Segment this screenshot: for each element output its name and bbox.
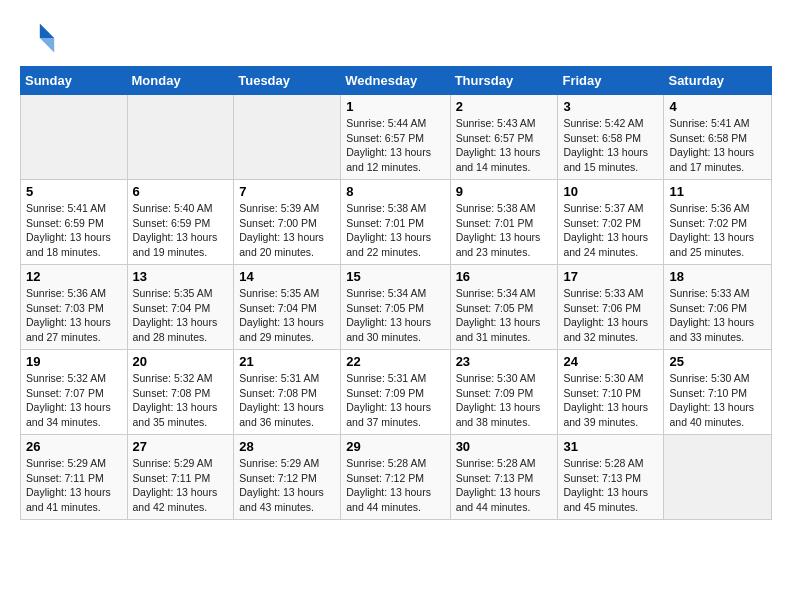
day-number: 15 [346, 269, 444, 284]
calendar-cell: 21Sunrise: 5:31 AMSunset: 7:08 PMDayligh… [234, 350, 341, 435]
day-number: 9 [456, 184, 553, 199]
calendar-row: 19Sunrise: 5:32 AMSunset: 7:07 PMDayligh… [21, 350, 772, 435]
day-number: 26 [26, 439, 122, 454]
calendar-header: SundayMondayTuesdayWednesdayThursdayFrid… [21, 67, 772, 95]
day-info: Sunrise: 5:30 AMSunset: 7:10 PMDaylight:… [563, 371, 658, 430]
calendar-cell: 5Sunrise: 5:41 AMSunset: 6:59 PMDaylight… [21, 180, 128, 265]
calendar-cell: 18Sunrise: 5:33 AMSunset: 7:06 PMDayligh… [664, 265, 772, 350]
day-info: Sunrise: 5:28 AMSunset: 7:13 PMDaylight:… [456, 456, 553, 515]
day-number: 28 [239, 439, 335, 454]
weekday-header: Friday [558, 67, 664, 95]
weekday-header: Sunday [21, 67, 128, 95]
day-info: Sunrise: 5:33 AMSunset: 7:06 PMDaylight:… [563, 286, 658, 345]
calendar-cell: 26Sunrise: 5:29 AMSunset: 7:11 PMDayligh… [21, 435, 128, 520]
day-number: 1 [346, 99, 444, 114]
day-number: 17 [563, 269, 658, 284]
day-number: 7 [239, 184, 335, 199]
day-info: Sunrise: 5:36 AMSunset: 7:02 PMDaylight:… [669, 201, 766, 260]
calendar-cell: 6Sunrise: 5:40 AMSunset: 6:59 PMDaylight… [127, 180, 234, 265]
day-info: Sunrise: 5:34 AMSunset: 7:05 PMDaylight:… [456, 286, 553, 345]
day-number: 18 [669, 269, 766, 284]
day-number: 22 [346, 354, 444, 369]
day-number: 6 [133, 184, 229, 199]
calendar-cell: 11Sunrise: 5:36 AMSunset: 7:02 PMDayligh… [664, 180, 772, 265]
day-number: 14 [239, 269, 335, 284]
day-info: Sunrise: 5:39 AMSunset: 7:00 PMDaylight:… [239, 201, 335, 260]
calendar-row: 26Sunrise: 5:29 AMSunset: 7:11 PMDayligh… [21, 435, 772, 520]
calendar-cell: 22Sunrise: 5:31 AMSunset: 7:09 PMDayligh… [341, 350, 450, 435]
logo-icon [20, 20, 56, 56]
calendar-cell: 31Sunrise: 5:28 AMSunset: 7:13 PMDayligh… [558, 435, 664, 520]
day-number: 24 [563, 354, 658, 369]
day-info: Sunrise: 5:43 AMSunset: 6:57 PMDaylight:… [456, 116, 553, 175]
calendar-cell: 1Sunrise: 5:44 AMSunset: 6:57 PMDaylight… [341, 95, 450, 180]
day-number: 8 [346, 184, 444, 199]
day-number: 12 [26, 269, 122, 284]
day-number: 19 [26, 354, 122, 369]
day-number: 10 [563, 184, 658, 199]
calendar-cell: 23Sunrise: 5:30 AMSunset: 7:09 PMDayligh… [450, 350, 558, 435]
day-info: Sunrise: 5:28 AMSunset: 7:13 PMDaylight:… [563, 456, 658, 515]
weekday-header: Thursday [450, 67, 558, 95]
day-number: 3 [563, 99, 658, 114]
day-number: 2 [456, 99, 553, 114]
day-info: Sunrise: 5:41 AMSunset: 6:59 PMDaylight:… [26, 201, 122, 260]
day-info: Sunrise: 5:42 AMSunset: 6:58 PMDaylight:… [563, 116, 658, 175]
calendar-cell: 16Sunrise: 5:34 AMSunset: 7:05 PMDayligh… [450, 265, 558, 350]
weekday-header: Tuesday [234, 67, 341, 95]
day-number: 29 [346, 439, 444, 454]
day-number: 31 [563, 439, 658, 454]
weekday-row: SundayMondayTuesdayWednesdayThursdayFrid… [21, 67, 772, 95]
calendar-row: 5Sunrise: 5:41 AMSunset: 6:59 PMDaylight… [21, 180, 772, 265]
day-info: Sunrise: 5:31 AMSunset: 7:08 PMDaylight:… [239, 371, 335, 430]
day-number: 23 [456, 354, 553, 369]
calendar-cell [664, 435, 772, 520]
day-info: Sunrise: 5:31 AMSunset: 7:09 PMDaylight:… [346, 371, 444, 430]
day-number: 30 [456, 439, 553, 454]
calendar-cell: 12Sunrise: 5:36 AMSunset: 7:03 PMDayligh… [21, 265, 128, 350]
calendar-cell: 30Sunrise: 5:28 AMSunset: 7:13 PMDayligh… [450, 435, 558, 520]
day-info: Sunrise: 5:29 AMSunset: 7:11 PMDaylight:… [26, 456, 122, 515]
calendar-cell: 3Sunrise: 5:42 AMSunset: 6:58 PMDaylight… [558, 95, 664, 180]
logo [20, 20, 60, 56]
calendar-body: 1Sunrise: 5:44 AMSunset: 6:57 PMDaylight… [21, 95, 772, 520]
day-info: Sunrise: 5:30 AMSunset: 7:09 PMDaylight:… [456, 371, 553, 430]
day-info: Sunrise: 5:37 AMSunset: 7:02 PMDaylight:… [563, 201, 658, 260]
day-number: 11 [669, 184, 766, 199]
calendar-cell [127, 95, 234, 180]
day-number: 4 [669, 99, 766, 114]
day-number: 5 [26, 184, 122, 199]
day-info: Sunrise: 5:30 AMSunset: 7:10 PMDaylight:… [669, 371, 766, 430]
day-info: Sunrise: 5:38 AMSunset: 7:01 PMDaylight:… [346, 201, 444, 260]
calendar-cell: 2Sunrise: 5:43 AMSunset: 6:57 PMDaylight… [450, 95, 558, 180]
calendar-table: SundayMondayTuesdayWednesdayThursdayFrid… [20, 66, 772, 520]
day-number: 13 [133, 269, 229, 284]
weekday-header: Saturday [664, 67, 772, 95]
day-info: Sunrise: 5:33 AMSunset: 7:06 PMDaylight:… [669, 286, 766, 345]
day-info: Sunrise: 5:44 AMSunset: 6:57 PMDaylight:… [346, 116, 444, 175]
calendar-cell [234, 95, 341, 180]
calendar-cell: 25Sunrise: 5:30 AMSunset: 7:10 PMDayligh… [664, 350, 772, 435]
calendar-row: 1Sunrise: 5:44 AMSunset: 6:57 PMDaylight… [21, 95, 772, 180]
calendar-cell: 7Sunrise: 5:39 AMSunset: 7:00 PMDaylight… [234, 180, 341, 265]
calendar-cell: 15Sunrise: 5:34 AMSunset: 7:05 PMDayligh… [341, 265, 450, 350]
calendar-cell [21, 95, 128, 180]
calendar-cell: 24Sunrise: 5:30 AMSunset: 7:10 PMDayligh… [558, 350, 664, 435]
day-number: 25 [669, 354, 766, 369]
calendar-cell: 10Sunrise: 5:37 AMSunset: 7:02 PMDayligh… [558, 180, 664, 265]
calendar-cell: 20Sunrise: 5:32 AMSunset: 7:08 PMDayligh… [127, 350, 234, 435]
calendar-cell: 27Sunrise: 5:29 AMSunset: 7:11 PMDayligh… [127, 435, 234, 520]
calendar-cell: 8Sunrise: 5:38 AMSunset: 7:01 PMDaylight… [341, 180, 450, 265]
day-number: 21 [239, 354, 335, 369]
day-info: Sunrise: 5:41 AMSunset: 6:58 PMDaylight:… [669, 116, 766, 175]
day-info: Sunrise: 5:28 AMSunset: 7:12 PMDaylight:… [346, 456, 444, 515]
day-info: Sunrise: 5:29 AMSunset: 7:12 PMDaylight:… [239, 456, 335, 515]
weekday-header: Monday [127, 67, 234, 95]
calendar-cell: 4Sunrise: 5:41 AMSunset: 6:58 PMDaylight… [664, 95, 772, 180]
calendar-cell: 13Sunrise: 5:35 AMSunset: 7:04 PMDayligh… [127, 265, 234, 350]
svg-marker-0 [40, 24, 54, 38]
calendar-cell: 17Sunrise: 5:33 AMSunset: 7:06 PMDayligh… [558, 265, 664, 350]
day-info: Sunrise: 5:34 AMSunset: 7:05 PMDaylight:… [346, 286, 444, 345]
calendar-row: 12Sunrise: 5:36 AMSunset: 7:03 PMDayligh… [21, 265, 772, 350]
calendar-cell: 29Sunrise: 5:28 AMSunset: 7:12 PMDayligh… [341, 435, 450, 520]
